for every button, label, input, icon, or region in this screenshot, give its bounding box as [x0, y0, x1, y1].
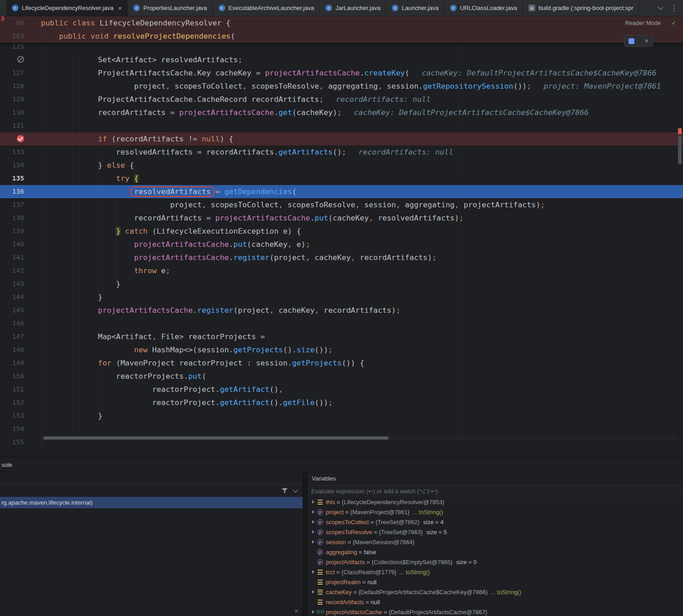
line-number[interactable]: 153: [12, 412, 24, 419]
gutter[interactable]: 103: [0, 30, 41, 43]
code-text[interactable]: projectArtifactsCache.put(cacheKey, e);: [41, 238, 683, 251]
line-number[interactable]: 151: [12, 386, 24, 393]
code-line[interactable]: 143 }: [0, 277, 683, 290]
line-number[interactable]: 125: [12, 43, 24, 50]
gutter[interactable]: 139: [0, 225, 41, 238]
expand-chevron-icon[interactable]: [310, 540, 316, 544]
line-number[interactable]: 148: [12, 346, 24, 353]
code-text[interactable]: new HashMap<>(session.getProjects().size…: [41, 343, 683, 356]
code-text[interactable]: for (MavenProject reactorProject : sessi…: [41, 356, 683, 370]
line-number[interactable]: 152: [12, 399, 24, 406]
code-text[interactable]: Map<Artifact, File> reactorProjects =: [41, 330, 683, 343]
code-text[interactable]: try {: [41, 172, 683, 185]
line-number[interactable]: 131: [12, 122, 24, 129]
line-number[interactable]: 150: [12, 372, 24, 380]
code-line[interactable]: 139 } catch (LifecycleExecutionException…: [0, 225, 683, 238]
code-text[interactable]: } else {: [41, 159, 683, 172]
gutter[interactable]: 127: [0, 66, 41, 80]
code-text[interactable]: reactorProject.getArtifact(),: [41, 383, 683, 396]
gutter[interactable]: 154: [0, 422, 41, 436]
gutter[interactable]: 144: [0, 290, 41, 304]
code-text[interactable]: public class LifecycleDependencyResolver…: [41, 16, 683, 30]
code-text[interactable]: }: [41, 290, 683, 304]
editor-tab[interactable]: CPropertiesLauncher.java: [128, 0, 213, 16]
editor-tab[interactable]: CJarLauncher.java: [320, 0, 386, 16]
code-line[interactable]: 103 public void resolveProjectDependenci…: [0, 30, 683, 43]
code-line[interactable]: 142 throw e;: [0, 264, 683, 277]
tostring-link[interactable]: ... toString(): [399, 569, 430, 576]
line-number[interactable]: 141: [12, 254, 24, 261]
expand-chevron-icon[interactable]: [310, 530, 316, 534]
expand-chevron-icon[interactable]: [310, 610, 316, 614]
code-text[interactable]: }: [41, 277, 683, 290]
line-number[interactable]: 142: [12, 267, 24, 274]
code-line[interactable]: 137 project, scopesToCollect, scopesToRe…: [0, 198, 683, 211]
code-line[interactable]: if (recordArtifacts != null) {: [0, 132, 683, 145]
code-text[interactable]: public void resolveProjectDependencies(: [41, 30, 683, 43]
code-text[interactable]: reactorProject.getArtifact().getFile());: [41, 396, 683, 409]
gutter[interactable]: 141: [0, 251, 41, 264]
code-text[interactable]: project, scopesToCollect, scopesToResolv…: [41, 80, 683, 93]
muted-breakpoint-icon[interactable]: [17, 56, 24, 63]
gutter[interactable]: [0, 132, 41, 145]
line-number[interactable]: 140: [12, 240, 24, 248]
line-number[interactable]: 147: [12, 333, 24, 340]
variable-row[interactable]: projectRealm = null: [308, 577, 683, 587]
line-number[interactable]: 129: [12, 95, 24, 103]
code-text[interactable]: ProjectArtifactsCache.Key cacheKey = pro…: [41, 66, 683, 80]
line-number[interactable]: 134: [12, 161, 24, 169]
code-line[interactable]: 127 ProjectArtifactsCache.Key cacheKey =…: [0, 66, 683, 80]
code-line[interactable]: 128 project, scopesToCollect, scopesToRe…: [0, 80, 683, 93]
line-number[interactable]: 136: [12, 188, 24, 195]
code-line[interactable]: 129 ProjectArtifactsCache.CacheRecord re…: [0, 93, 683, 106]
code-line[interactable]: 153 }: [0, 409, 683, 422]
code-line[interactable]: 66public class LifecycleDependencyResolv…: [0, 16, 683, 30]
code-text[interactable]: [41, 317, 683, 330]
gutter[interactable]: 155: [0, 436, 41, 449]
line-number[interactable]: 66: [16, 19, 24, 26]
vertical-scrollbar-thumb[interactable]: [678, 135, 682, 165]
gutter[interactable]: 135: [0, 172, 41, 185]
pane-divider[interactable]: [303, 472, 308, 616]
expand-chevron-icon[interactable]: [310, 590, 316, 594]
code-line[interactable]: 148 new HashMap<>(session.getProjects().…: [0, 343, 683, 356]
code-text[interactable]: ProjectArtifactsCache.CacheRecord record…: [41, 93, 683, 106]
line-number[interactable]: 130: [12, 109, 24, 116]
code-line[interactable]: 138 recordArtifacts = projectArtifactsCa…: [0, 211, 683, 225]
filter-icon[interactable]: [282, 488, 288, 494]
gutter[interactable]: 129: [0, 93, 41, 106]
variable-row[interactable]: pprojectArtifacts = {Collections$EmptySe…: [308, 557, 683, 567]
editor-tab[interactable]: CLifecycleDependencyResolver.java×: [6, 0, 128, 16]
code-line[interactable]: 150 reactorProjects.put(: [0, 370, 683, 383]
line-number[interactable]: 135: [12, 175, 24, 182]
code-text[interactable]: project, scopesToCollect, scopesToResolv…: [41, 198, 683, 211]
line-number[interactable]: 143: [12, 280, 24, 287]
gutter[interactable]: 153: [0, 409, 41, 422]
close-icon[interactable]: ×: [645, 37, 648, 45]
gutter[interactable]: 128: [0, 80, 41, 93]
variable-row[interactable]: psession = {MavenSession@7864}: [308, 537, 683, 547]
gutter[interactable]: 147: [0, 330, 41, 343]
line-number[interactable]: 154: [12, 425, 24, 432]
code-text[interactable]: resolvedArtifacts = recordArtifacts.getA…: [41, 145, 683, 159]
gutter[interactable]: 146: [0, 317, 41, 330]
floating-tool-icon[interactable]: [628, 38, 634, 44]
line-number[interactable]: 146: [12, 320, 24, 327]
code-line[interactable]: 140 projectArtifactsCache.put(cacheKey, …: [0, 238, 683, 251]
close-tab-icon[interactable]: ×: [118, 4, 122, 12]
code-line[interactable]: 147 Map<Artifact, File> reactorProjects …: [0, 330, 683, 343]
tostring-link[interactable]: ... toString(): [490, 589, 521, 596]
line-number[interactable]: 144: [12, 293, 24, 300]
variable-row[interactable]: pscopesToResolve = {TreeSet@7863}size = …: [308, 527, 683, 537]
reader-mode-button[interactable]: Reader Mode: [625, 20, 661, 26]
gutter[interactable]: 133: [0, 145, 41, 159]
frame-list-item[interactable]: rg.apache.maven.lifecycle.internal): [0, 497, 303, 508]
code-line[interactable]: 133 resolvedArtifacts = recordArtifacts.…: [0, 145, 683, 159]
code-line[interactable]: 134 } else {: [0, 159, 683, 172]
gutter[interactable]: 150: [0, 370, 41, 383]
variable-row[interactable]: projectArtifactsCache = {DefaultProjectA…: [308, 607, 683, 616]
code-text[interactable]: [41, 119, 683, 132]
editor-tab[interactable]: CExecutableArchiveLauncher.java: [213, 0, 320, 16]
code-text[interactable]: } catch (LifecycleExecutionException e) …: [41, 225, 683, 238]
code-line[interactable]: 130 recordArtifacts = projectArtifactsCa…: [0, 106, 683, 119]
